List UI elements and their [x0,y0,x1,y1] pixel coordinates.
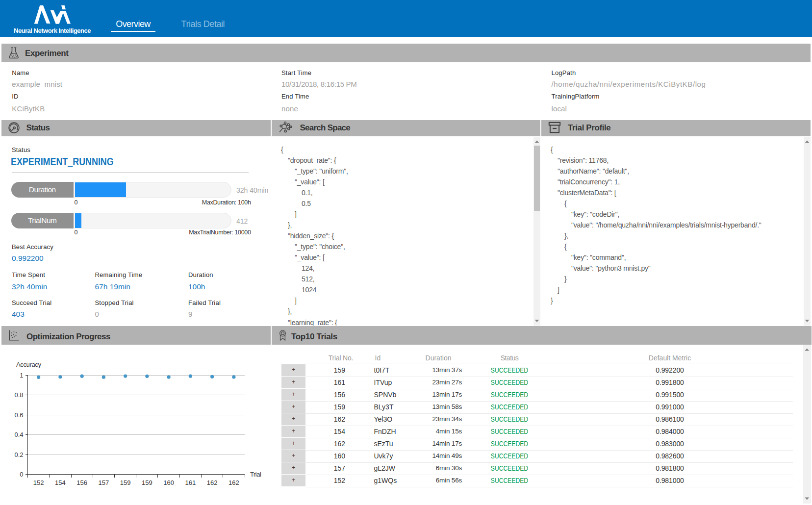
svg-text:Accuracy: Accuracy [16,361,42,368]
svg-text:0: 0 [20,471,23,478]
svg-text:161: 161 [185,479,196,486]
svg-text:160: 160 [163,479,174,486]
svg-text:162: 162 [207,479,218,486]
svg-text:157: 157 [99,479,109,486]
svg-text:152: 152 [33,479,44,486]
svg-text:159: 159 [120,479,131,486]
svg-text:162: 162 [228,479,239,486]
svg-text:1: 1 [20,372,23,379]
svg-text:0.8: 0.8 [14,391,23,399]
svg-text:Trial: Trial [250,471,261,478]
svg-text:156: 156 [76,479,87,486]
svg-text:0.2: 0.2 [14,451,23,458]
svg-text:159: 159 [142,479,152,486]
svg-text:0.6: 0.6 [14,411,23,419]
svg-text:154: 154 [55,479,66,486]
svg-text:0.4: 0.4 [14,431,23,438]
